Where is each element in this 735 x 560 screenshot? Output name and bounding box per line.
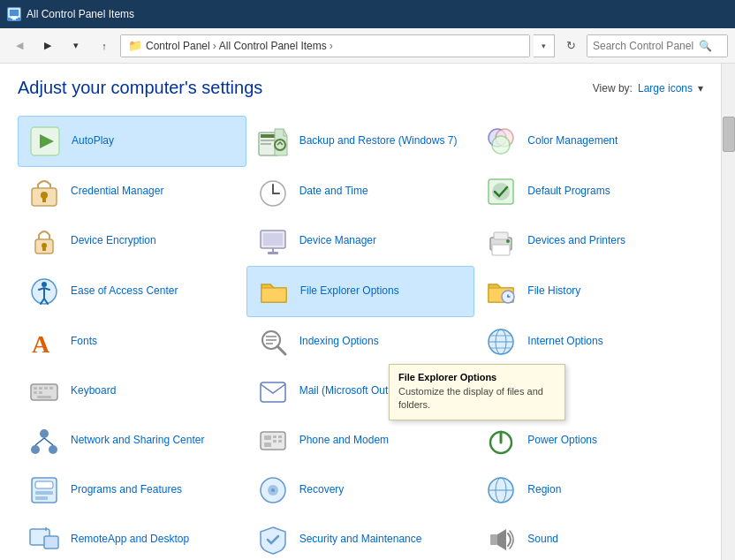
devencrypt-label: Device Encryption (71, 234, 156, 248)
recovery-label: Recovery (299, 483, 345, 497)
search-input[interactable] (593, 40, 699, 52)
control-item-phone[interactable]: Phone and Modem (246, 416, 475, 465)
svg-rect-76 (35, 481, 53, 488)
filehist-label: File History (527, 284, 580, 299)
sound-icon (483, 522, 519, 557)
control-item-keyboard[interactable]: Keyboard (18, 367, 246, 416)
control-item-autoplay[interactable]: AutoPlay (18, 116, 246, 167)
sound-label: Sound (527, 533, 558, 547)
control-item-devprinters[interactable]: Devices and Printers (474, 216, 703, 266)
minimize-button[interactable] (606, 0, 647, 28)
svg-rect-23 (42, 246, 46, 251)
default-label: Default Programs (527, 185, 610, 199)
svg-rect-34 (261, 288, 286, 302)
svg-point-33 (42, 282, 47, 287)
control-item-internet[interactable]: Internet Options (474, 317, 703, 367)
search-icon[interactable]: 🔍 (699, 40, 712, 52)
control-item-datetime[interactable]: Date and Time (246, 167, 475, 216)
recovery-icon (255, 473, 291, 508)
default-icon (483, 174, 519, 209)
control-item-network[interactable]: Network and Sharing Center (18, 416, 246, 465)
security-icon (255, 522, 291, 557)
svg-rect-52 (39, 387, 42, 390)
svg-rect-55 (34, 391, 37, 394)
control-item-default[interactable]: Default Programs (474, 167, 703, 216)
back-button[interactable]: ◀ (7, 34, 32, 58)
title-bar-left: All Control Panel Items (7, 7, 134, 21)
path-control-panel[interactable]: Control Panel (146, 40, 210, 52)
indexing-icon (255, 324, 291, 359)
keyboard-label: Keyboard (71, 384, 116, 398)
control-item-devmanager[interactable]: Device Manager (246, 216, 475, 266)
control-item-filehist[interactable]: File History (474, 266, 703, 317)
svg-rect-88 (490, 534, 497, 545)
svg-rect-6 (261, 134, 277, 138)
dropdown-history-button[interactable]: ▾ (64, 34, 88, 58)
control-item-recovery[interactable]: Recovery (246, 465, 475, 515)
svg-rect-25 (263, 233, 283, 246)
svg-rect-86 (44, 536, 58, 549)
autoplay-label: AutoPlay (72, 134, 114, 148)
region-label: Region (527, 483, 561, 497)
svg-rect-0 (9, 9, 19, 17)
forward-button[interactable]: ▶ (35, 34, 60, 58)
svg-rect-67 (264, 435, 271, 440)
control-item-remote[interactable]: RemoteApp and Desktop (18, 515, 246, 560)
refresh-button[interactable]: ↻ (558, 34, 583, 57)
svg-rect-72 (264, 443, 271, 447)
scrollbar[interactable] (721, 64, 735, 560)
svg-rect-78 (35, 496, 48, 500)
control-item-fileexp[interactable]: File Explorer Options (246, 266, 475, 317)
indexing-label: Indexing Options (299, 335, 379, 349)
path-sep-2: › (330, 40, 333, 52)
viewby-value[interactable]: Large icons (638, 82, 693, 95)
svg-line-64 (35, 438, 44, 445)
control-item-easeaccess[interactable]: Ease of Access Center (18, 266, 246, 317)
svg-rect-70 (273, 440, 277, 443)
up-button[interactable]: ↑ (92, 34, 117, 58)
address-bar: ◀ ▶ ▾ ↑ 📁 Control Panel › All Control Pa… (0, 28, 735, 64)
path-sep-1: › (213, 40, 216, 52)
main-content: Adjust your computer's settings View by:… (0, 64, 735, 560)
viewby-arrow: ▾ (698, 82, 703, 95)
search-box[interactable]: 🔍 (587, 34, 728, 57)
control-item-indexing[interactable]: Indexing Options (246, 317, 475, 367)
control-item-programs[interactable]: Programs and Features (18, 465, 246, 515)
control-item-devencrypt[interactable]: Device Encryption (18, 216, 246, 266)
control-item-credential[interactable]: Credential Manager (18, 167, 246, 216)
svg-rect-71 (278, 440, 282, 443)
control-item-power[interactable]: Power Options (474, 416, 703, 465)
scrollbar-thumb[interactable] (723, 117, 735, 152)
control-item-security[interactable]: Security and Maintenance (246, 515, 475, 560)
address-path[interactable]: 📁 Control Panel › All Control Panel Item… (120, 34, 530, 57)
region-icon (483, 473, 519, 508)
svg-point-31 (506, 239, 510, 243)
fonts-label: Fonts (71, 335, 97, 349)
svg-rect-57 (37, 396, 51, 398)
internet-icon (483, 324, 519, 359)
control-item-sound[interactable]: Sound (474, 515, 703, 560)
svg-rect-7 (261, 140, 277, 141)
svg-marker-89 (497, 529, 506, 550)
close-button[interactable] (687, 0, 728, 28)
svg-rect-53 (44, 387, 48, 390)
svg-point-61 (40, 429, 49, 438)
control-item-colorman[interactable]: Color Management (474, 116, 703, 167)
devencrypt-icon (27, 223, 62, 259)
remote-label: RemoteApp and Desktop (71, 533, 189, 547)
network-label: Network and Sharing Center (71, 434, 204, 448)
tooltip-title: File Explorer Options (398, 372, 556, 382)
address-dropdown-button[interactable]: ▾ (534, 34, 555, 57)
autoplay-icon (27, 124, 63, 159)
control-item-region[interactable]: Region (474, 465, 703, 515)
internet-label: Internet Options (527, 335, 602, 349)
easeaccess-icon (27, 274, 62, 309)
control-item-fonts[interactable]: AFonts (18, 317, 246, 367)
svg-rect-51 (34, 387, 37, 390)
control-item-backup[interactable]: Backup and Restore (Windows 7) (246, 116, 475, 167)
tooltip-description: Customize the display of files and folde… (398, 385, 556, 412)
devprinters-icon (483, 223, 519, 259)
datetime-icon (255, 174, 291, 209)
path-current: All Control Panel Items (219, 40, 327, 52)
maximize-button[interactable] (647, 0, 687, 28)
